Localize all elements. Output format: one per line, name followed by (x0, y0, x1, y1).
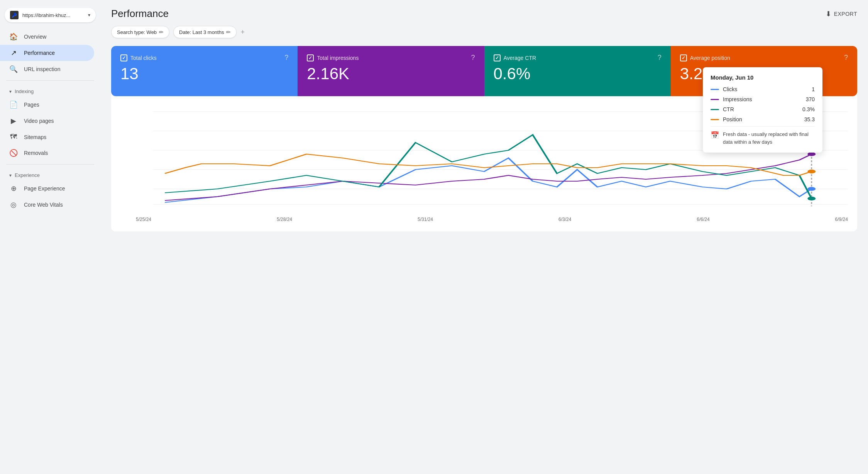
svg-point-9 (807, 197, 816, 200)
sidebar: https://ibrahim-khuz... ▾ 🏠 Overview ↗ P… (0, 0, 100, 474)
x-label-0: 5/25/24 (136, 217, 151, 222)
metric-label-clicks: Total clicks (130, 55, 157, 61)
metric-checkbox-ctr[interactable] (494, 54, 501, 61)
sidebar-item-sitemaps[interactable]: 🗺 Sitemaps (0, 129, 94, 145)
chart-tooltip: Monday, Jun 10 Clicks 1 Impressions 370 … (703, 67, 822, 153)
performance-icon: ↗ (9, 49, 18, 57)
x-label-2: 5/31/24 (418, 217, 433, 222)
tooltip-position-label: Position (723, 116, 800, 122)
tooltip-row-position: Position 35.3 (711, 116, 815, 122)
metric-card-impressions[interactable]: Total impressions ? 2.16K (298, 46, 484, 96)
property-selector[interactable]: https://ibrahim-khuz... ▾ (5, 8, 96, 22)
sidebar-divider-2 (6, 164, 94, 165)
indexing-section-label: Indexing (15, 88, 34, 94)
export-icon: ⬇ (826, 10, 832, 18)
date-edit-icon: ✏ (226, 29, 231, 35)
metric-card-ctr[interactable]: Average CTR ? 0.6% (484, 46, 671, 96)
calendar-icon: 📅 (711, 131, 719, 139)
tooltip-row-clicks: Clicks 1 (711, 86, 815, 92)
x-label-1: 5/28/24 (277, 217, 292, 222)
tooltip-fresh-text: Fresh data - usually replaced with final… (723, 131, 815, 146)
metric-checkbox-clicks[interactable] (120, 54, 127, 61)
metric-help-impressions: ? (471, 54, 475, 62)
main-content: Performance ⬇ EXPORT Search type: Web ✏ … (100, 0, 868, 474)
tooltip-clicks-indicator (711, 89, 719, 90)
sidebar-item-url-inspection[interactable]: 🔍 URL inspection (0, 61, 94, 77)
experience-section-header[interactable]: ▾ Experience (0, 168, 100, 180)
removals-icon: 🚫 (9, 149, 18, 157)
sidebar-item-page-experience-label: Page Experience (24, 185, 65, 192)
property-name: https://ibrahim-khuz... (22, 12, 84, 18)
x-label-5: 6/9/24 (835, 217, 848, 222)
experience-section-label: Experience (15, 172, 40, 178)
metric-header-position: Average position ? (680, 54, 848, 62)
sitemaps-icon: 🗺 (9, 133, 18, 141)
export-button[interactable]: ⬇ EXPORT (826, 10, 857, 18)
tooltip-position-value: 35.3 (804, 116, 815, 122)
sidebar-item-performance[interactable]: ↗ Performance (0, 45, 94, 61)
sidebar-item-pages[interactable]: 📄 Pages (0, 97, 94, 113)
sidebar-item-core-web-vitals-label: Core Web Vitals (24, 202, 63, 208)
indexing-section-header[interactable]: ▾ Indexing (0, 84, 100, 97)
sidebar-item-page-experience[interactable]: ⊕ Page Experience (0, 180, 94, 197)
tooltip-ctr-label: CTR (723, 106, 799, 112)
sidebar-item-pages-label: Pages (24, 102, 39, 108)
sidebar-item-video-pages[interactable]: ▶ Video pages (0, 113, 94, 129)
experience-chevron-icon: ▾ (9, 173, 12, 178)
video-icon: ▶ (9, 117, 18, 125)
tooltip-ctr-value: 0.3% (802, 106, 815, 112)
metric-label-position: Average position (690, 55, 730, 61)
metric-label-ctr: Average CTR (504, 55, 536, 61)
search-icon: 🔍 (9, 65, 18, 73)
filter-row: Search type: Web ✏ Date: Last 3 months ✏… (111, 26, 857, 38)
metric-value-impressions: 2.16K (307, 65, 475, 83)
sidebar-item-overview[interactable]: 🏠 Overview (0, 29, 94, 45)
indexing-chevron-icon: ▾ (9, 89, 12, 94)
svg-point-10 (807, 170, 816, 173)
tooltip-ctr-indicator (711, 109, 719, 110)
tooltip-title: Monday, Jun 10 (711, 74, 815, 81)
search-type-edit-icon: ✏ (159, 29, 164, 35)
property-dropdown-icon: ▾ (88, 12, 90, 18)
metric-header-impressions: Total impressions ? (307, 54, 475, 62)
metric-header-clicks: Total clicks ? (120, 54, 288, 62)
sidebar-item-core-web-vitals[interactable]: ◎ Core Web Vitals (0, 197, 94, 213)
x-label-3: 6/3/24 (558, 217, 571, 222)
metric-help-position: ? (844, 54, 848, 62)
metric-checkbox-impressions[interactable] (307, 54, 314, 61)
svg-point-7 (807, 187, 816, 191)
tooltip-clicks-value: 1 (812, 86, 815, 92)
sidebar-item-overview-label: Overview (24, 34, 46, 40)
metric-value-clicks: 13 (120, 65, 288, 83)
sidebar-item-video-pages-label: Video pages (24, 118, 54, 124)
sidebar-divider-1 (6, 80, 94, 81)
metric-card-clicks[interactable]: Total clicks ? 13 (111, 46, 298, 96)
tooltip-row-impressions: Impressions 370 (711, 96, 815, 102)
tooltip-fresh-row: 📅 Fresh data - usually replaced with fin… (711, 131, 815, 146)
sidebar-item-sitemaps-label: Sitemaps (24, 134, 46, 140)
date-label: Date: Last 3 months (179, 29, 224, 35)
sidebar-item-performance-label: Performance (24, 50, 55, 56)
home-icon: 🏠 (9, 32, 18, 41)
chart-x-labels: 5/25/24 5/28/24 5/31/24 6/3/24 6/6/24 6/… (120, 214, 848, 222)
sidebar-item-url-inspection-label: URL inspection (24, 66, 60, 72)
tooltip-clicks-label: Clicks (723, 86, 808, 92)
page-header: Performance ⬇ EXPORT (111, 8, 857, 20)
date-filter[interactable]: Date: Last 3 months ✏ (173, 26, 237, 38)
metric-header-ctr: Average CTR ? (494, 54, 662, 62)
filter-divider: + (240, 28, 245, 36)
tooltip-divider (711, 126, 815, 127)
page-experience-icon: ⊕ (9, 184, 18, 193)
tooltip-impressions-label: Impressions (723, 96, 802, 102)
page-title: Performance (111, 8, 169, 20)
tooltip-row-ctr: CTR 0.3% (711, 106, 815, 112)
search-type-filter[interactable]: Search type: Web ✏ (111, 26, 169, 38)
sidebar-item-removals-label: Removals (24, 150, 48, 156)
metric-label-impressions: Total impressions (317, 55, 359, 61)
property-icon (10, 11, 19, 19)
pages-icon: 📄 (9, 100, 18, 109)
sidebar-item-removals[interactable]: 🚫 Removals (0, 145, 94, 161)
metric-value-ctr: 0.6% (494, 65, 662, 83)
metric-checkbox-position[interactable] (680, 54, 687, 61)
search-type-label: Search type: Web (117, 29, 157, 35)
